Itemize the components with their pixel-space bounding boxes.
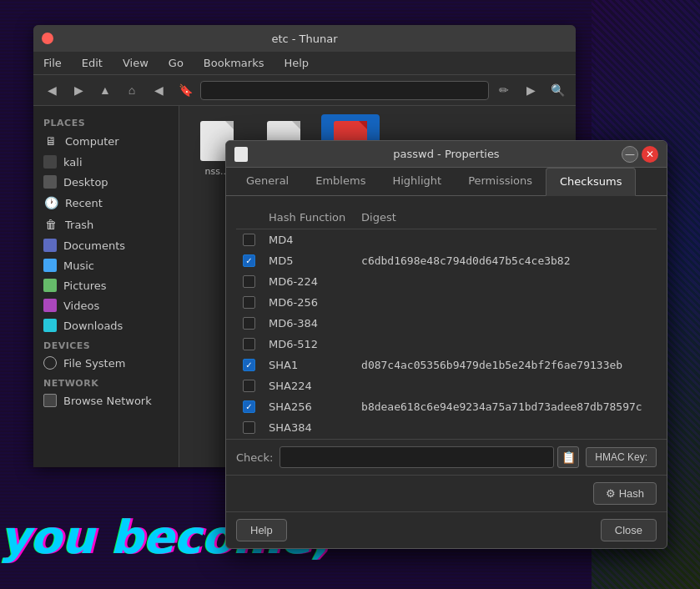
hash-button[interactable]: ⚙ Hash [593, 482, 657, 505]
sidebar: Places 🖥 Computer kali Desktop 🕐 Recent … [33, 106, 179, 467]
sidebar-item-recent-label: Recent [65, 197, 103, 209]
checksums-table: Hash Function Digest MD4MD5c6dbd1698e48c… [236, 206, 657, 438]
music-icon [43, 259, 57, 272]
menu-view[interactable]: View [119, 55, 152, 71]
col-digest: Digest [355, 206, 657, 229]
sidebar-item-videos[interactable]: Videos [33, 295, 179, 315]
table-row: MD6-256 [236, 292, 657, 313]
digest-md6-256 [355, 292, 657, 313]
sidebar-item-filesystem-label: File System [63, 357, 125, 370]
close-window-btn[interactable] [42, 33, 53, 44]
sidebar-item-desktop[interactable]: Desktop [33, 172, 179, 192]
sidebar-item-music[interactable]: Music [33, 255, 179, 275]
dialog-minimize-btn[interactable]: — [622, 146, 638, 163]
back-button[interactable]: ◀ [40, 78, 63, 102]
menu-file[interactable]: File [40, 55, 65, 71]
videos-icon [43, 299, 57, 312]
hmac-key-button[interactable]: HMAC Key: [586, 447, 657, 467]
properties-dialog: passwd - Properties — ✕ General Emblems … [225, 140, 667, 549]
menu-go[interactable]: Go [165, 55, 187, 71]
sidebar-item-trash[interactable]: 🗑 Trash [33, 214, 179, 235]
sidebar-item-recent[interactable]: 🕐 Recent [33, 192, 179, 214]
desktop-icon [43, 175, 57, 189]
tab-highlight[interactable]: Highlight [379, 168, 455, 195]
table-row: MD4 [236, 229, 657, 251]
menu-edit[interactable]: Edit [78, 55, 106, 71]
dialog-titlebar: passwd - Properties — ✕ [226, 141, 667, 168]
checkbox-sha1[interactable] [243, 359, 255, 371]
bookmark-button[interactable]: 🔖 [174, 78, 197, 102]
menu-bookmarks[interactable]: Bookmarks [200, 55, 268, 71]
checkbox-sha224[interactable] [243, 380, 255, 392]
table-row: MD6-224 [236, 271, 657, 292]
thunar-titlebar: etc - Thunar [33, 25, 576, 52]
home-button[interactable]: ⌂ [120, 78, 144, 102]
tab-checksums[interactable]: Checksums [546, 168, 636, 196]
search-button[interactable]: 🔍 [546, 78, 569, 102]
sidebar-item-documents[interactable]: Documents [33, 235, 179, 255]
sidebar-item-browse-network[interactable]: Browse Network [33, 390, 179, 410]
check-input-area: 📋 [279, 446, 579, 468]
dialog-bottom-bar: Help Close [226, 511, 667, 548]
dialog-title: passwd - Properties [393, 148, 499, 160]
prev-location-button[interactable]: ◀ [147, 78, 170, 102]
help-button[interactable]: Help [236, 519, 287, 541]
sidebar-item-documents-label: Documents [63, 239, 125, 252]
sidebar-item-downloads[interactable]: Downloads [33, 315, 179, 335]
table-row: SHA224 [236, 375, 657, 396]
paste-button[interactable]: 📋 [557, 446, 579, 468]
places-label: Places [33, 113, 179, 130]
hash-name-sha1: SHA1 [262, 355, 355, 375]
network-icon [43, 394, 57, 407]
toolbar: ◀ ▶ ▲ ⌂ ◀ 🔖 etc ✏ ▶ 🔍 [33, 75, 576, 106]
sidebar-item-videos-label: Videos [63, 300, 99, 312]
tab-emblems[interactable]: Emblems [302, 168, 379, 195]
sidebar-item-pictures[interactable]: Pictures [33, 275, 179, 295]
check-input[interactable] [279, 446, 554, 468]
sidebar-item-computer-label: Computer [65, 135, 119, 148]
sidebar-item-computer[interactable]: 🖥 Computer [33, 130, 179, 152]
next-button[interactable]: ▶ [519, 78, 542, 102]
hash-name-md4: MD4 [262, 229, 355, 251]
edit-location-button[interactable]: ✏ [492, 78, 516, 102]
dialog-close-btn[interactable]: ✕ [642, 146, 658, 163]
sidebar-item-kali[interactable]: kali [33, 152, 179, 172]
checkbox-md6-384[interactable] [243, 317, 255, 330]
hash-name-md6-384: MD6-384 [262, 313, 355, 334]
tab-permissions[interactable]: Permissions [455, 168, 546, 195]
checkbox-md6-256[interactable] [243, 296, 255, 309]
checkbox-md6-512[interactable] [243, 338, 255, 350]
table-row: MD5c6dbd1698e48c794d0d647b5c4ce3b82 [236, 250, 657, 271]
checkbox-md6-224[interactable] [243, 275, 255, 288]
hash-name-sha224: SHA224 [262, 375, 355, 396]
pictures-icon [43, 279, 57, 292]
checksums-content: Hash Function Digest MD4MD5c6dbd1698e48c… [226, 196, 667, 439]
hash-name-md6-512: MD6-512 [262, 334, 355, 355]
close-dialog-button[interactable]: Close [601, 519, 657, 541]
table-row: SHA384 [236, 417, 657, 438]
digest-md6-384 [355, 313, 657, 334]
check-row: Check: 📋 HMAC Key: [226, 439, 667, 475]
checkbox-sha256[interactable] [243, 400, 255, 413]
dialog-file-icon [234, 147, 248, 162]
location-bar[interactable]: etc [200, 81, 489, 100]
table-row: SHA256b8deae618c6e94e9234a75a71bd73adee8… [236, 396, 657, 417]
sidebar-item-filesystem[interactable]: File System [33, 353, 179, 373]
col-checkbox [236, 206, 262, 229]
digest-sha384 [355, 417, 657, 438]
tab-general[interactable]: General [233, 168, 302, 195]
menubar: File Edit View Go Bookmarks Help [33, 52, 576, 75]
up-button[interactable]: ▲ [93, 78, 117, 102]
checkbox-md4[interactable] [243, 234, 255, 246]
window-controls [42, 33, 53, 44]
digest-md5: c6dbd1698e48c794d0d647b5c4ce3b82 [355, 250, 657, 271]
checkbox-md5[interactable] [243, 254, 255, 267]
menu-help[interactable]: Help [280, 55, 312, 71]
digest-md4 [355, 229, 657, 251]
checkbox-sha384[interactable] [243, 421, 255, 434]
hash-name-md5: MD5 [262, 250, 355, 271]
forward-button[interactable]: ▶ [67, 78, 90, 102]
check-label: Check: [236, 451, 273, 464]
trash-icon: 🗑 [43, 217, 58, 232]
network-label: Network [33, 373, 179, 390]
